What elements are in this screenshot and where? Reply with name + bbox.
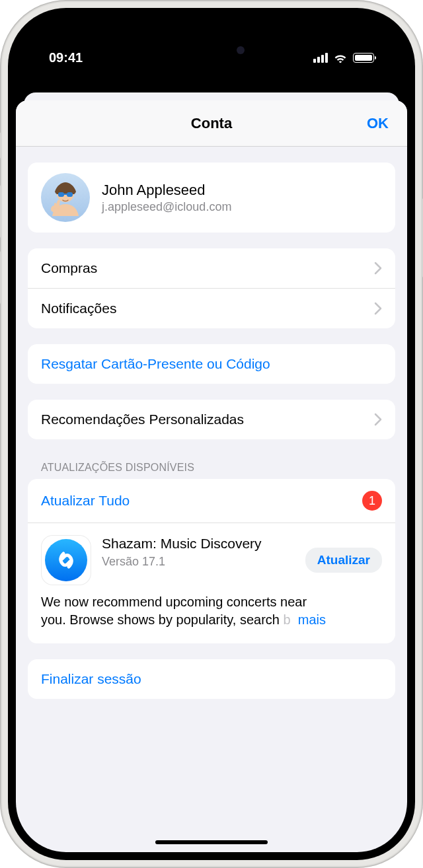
profile-row[interactable]: John Appleseed j.appleseed@icloud.com: [28, 163, 395, 233]
notes-fade: b: [283, 612, 290, 627]
home-indicator[interactable]: [155, 840, 268, 844]
device-frame: 09:41: [0, 0, 423, 868]
notes-line1: We now recommend upcoming concerts near: [41, 595, 307, 609]
personalized-card: Recomendações Personalizadas: [28, 400, 395, 439]
updates-badge: 1: [362, 491, 382, 511]
dynamic-island: [165, 37, 258, 63]
profile-text: John Appleseed j.appleseed@icloud.com: [102, 182, 231, 214]
updates-section-header: ATUALIZAÇÕES DISPONÍVEIS: [41, 462, 382, 474]
svg-rect-1: [58, 192, 64, 197]
content-scroll[interactable]: John Appleseed j.appleseed@icloud.com Co…: [16, 163, 407, 699]
personalized-label: Recomendações Personalizadas: [41, 412, 244, 427]
redeem-row[interactable]: Resgatar Cartão-Presente ou Código: [28, 344, 395, 384]
svg-rect-2: [67, 192, 73, 197]
app-version: Versão 17.1: [102, 555, 295, 569]
chevron-right-icon: [374, 302, 382, 315]
screen: 09:41: [16, 16, 407, 852]
chevron-right-icon: [374, 262, 382, 275]
svg-rect-3: [64, 194, 67, 195]
avatar: [41, 173, 90, 222]
notes-line2a: you. Browse shows by popularity, search: [41, 612, 283, 627]
redeem-card: Resgatar Cartão-Presente ou Código: [28, 344, 395, 384]
redeem-label: Resgatar Cartão-Presente ou Código: [41, 356, 270, 372]
battery-icon: [353, 53, 374, 63]
volume-down-button: [0, 251, 1, 304]
svg-rect-5: [57, 201, 59, 209]
cellular-icon: [313, 53, 328, 63]
account-sheet: Conta OK: [16, 100, 407, 852]
notifications-label: Notificações: [41, 301, 116, 316]
update-all-label: Atualizar Tudo: [41, 493, 130, 509]
release-notes[interactable]: We now recommend upcoming concerts near …: [28, 591, 395, 643]
device-bezel: 09:41: [8, 8, 415, 860]
app-name: Shazam: Music Discovery: [102, 535, 295, 552]
chevron-right-icon: [374, 413, 382, 426]
signout-card: Finalizar sessão: [28, 659, 395, 699]
personalized-row[interactable]: Recomendações Personalizadas: [28, 400, 395, 439]
done-button[interactable]: OK: [367, 115, 389, 132]
menu-card-1: Compras Notificações: [28, 248, 395, 328]
profile-name: John Appleseed: [102, 182, 231, 199]
page-title: Conta: [191, 115, 232, 132]
update-all-row[interactable]: Atualizar Tudo 1: [28, 479, 395, 523]
status-time: 09:41: [49, 50, 83, 65]
update-button[interactable]: Atualizar: [305, 548, 382, 573]
profile-card[interactable]: John Appleseed j.appleseed@icloud.com: [28, 163, 395, 233]
signout-row[interactable]: Finalizar sessão: [28, 659, 395, 699]
app-meta: Shazam: Music Discovery Versão 17.1: [102, 535, 295, 569]
status-indicators: [313, 52, 374, 63]
nav-bar: Conta OK: [16, 100, 407, 147]
app-update-row[interactable]: Shazam: Music Discovery Versão 17.1 Atua…: [28, 523, 395, 591]
volume-up-button: [0, 185, 1, 238]
signout-label: Finalizar sessão: [41, 671, 141, 687]
notifications-row[interactable]: Notificações: [28, 288, 395, 328]
silence-switch: [0, 132, 1, 159]
svg-rect-4: [54, 203, 56, 209]
app-icon-shazam: [41, 535, 91, 585]
more-link[interactable]: mais: [298, 612, 326, 627]
purchases-row[interactable]: Compras: [28, 248, 395, 288]
purchases-label: Compras: [41, 260, 97, 276]
shazam-icon: [45, 539, 87, 581]
wifi-icon: [333, 52, 348, 63]
updates-card: Atualizar Tudo 1: [28, 479, 395, 643]
profile-email: j.appleseed@icloud.com: [102, 200, 231, 214]
